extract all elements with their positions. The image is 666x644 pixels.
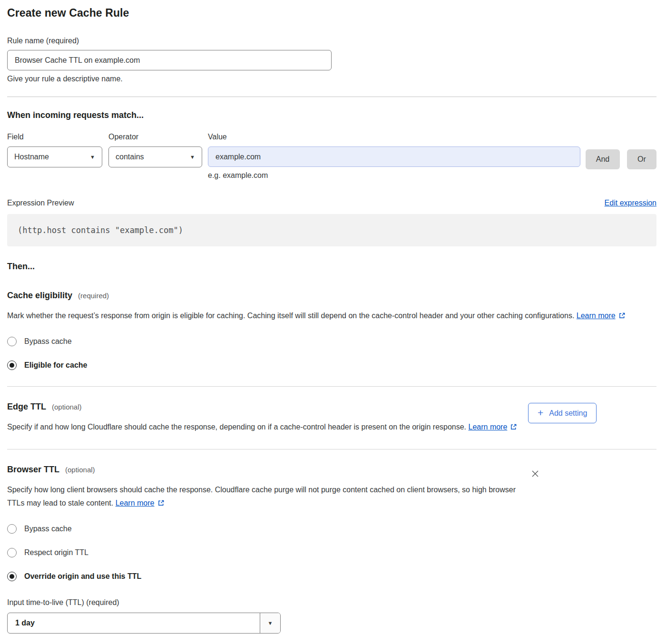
match-heading: When incoming requests match... xyxy=(7,110,656,120)
divider xyxy=(7,97,656,97)
radio-label: Eligible for cache xyxy=(24,361,87,370)
divider xyxy=(7,386,656,387)
description-text: Mark whether the request’s response from… xyxy=(7,312,574,320)
browser-ttl-title: Browser TTL xyxy=(7,465,59,475)
edit-expression-link[interactable]: Edit expression xyxy=(605,199,656,207)
chevron-down-icon: ▼ xyxy=(268,620,273,626)
radio-row-override-origin-ttl[interactable]: Override origin and use this TTL xyxy=(7,572,528,581)
value-label: Value xyxy=(208,133,580,141)
divider xyxy=(7,449,656,449)
rule-name-help: Give your rule a descriptive name. xyxy=(7,75,656,83)
radio-button[interactable] xyxy=(7,361,17,370)
radio-row-respect-origin-ttl[interactable]: Respect origin TTL xyxy=(7,548,528,557)
operator-label: Operator xyxy=(108,133,202,141)
edge-ttl-section: Edge TTL (optional) Specify if and how l… xyxy=(7,402,656,434)
radio-label: Respect origin TTL xyxy=(24,548,88,557)
radio-row-eligible-for-cache[interactable]: Eligible for cache xyxy=(7,361,656,370)
radio-label: Bypass cache xyxy=(24,525,72,533)
remove-browser-ttl-button[interactable] xyxy=(528,467,542,482)
rule-name-label: Rule name (required) xyxy=(7,37,656,45)
field-label: Field xyxy=(7,133,102,141)
add-setting-label: Add setting xyxy=(549,409,587,418)
radio-button[interactable] xyxy=(7,572,17,581)
plus-icon: + xyxy=(538,408,543,418)
ttl-input-label: Input time-to-live (TTL) (required) xyxy=(7,598,528,607)
or-button[interactable]: Or xyxy=(627,149,656,169)
operator-select[interactable]: contains ▼ xyxy=(108,146,202,167)
page-title: Create new Cache Rule xyxy=(7,7,656,20)
expression-preview-label: Expression Preview xyxy=(7,199,74,207)
cache-eligibility-badge: (required) xyxy=(78,292,109,300)
add-setting-button[interactable]: + Add setting xyxy=(528,403,597,423)
close-icon xyxy=(530,468,540,479)
and-or-buttons: And Or xyxy=(580,133,656,169)
browser-ttl-section: Browser TTL (optional) Specify how long … xyxy=(7,465,656,634)
rule-name-input[interactable] xyxy=(7,50,332,70)
edge-ttl-description: Specify if and how long Cloudflare shoul… xyxy=(7,420,528,434)
cache-eligibility-title: Cache eligibility xyxy=(7,291,72,301)
chevron-down-icon: ▼ xyxy=(90,154,95,160)
radio-button[interactable] xyxy=(7,548,17,557)
expression-code: (http.host contains "example.com") xyxy=(7,214,656,246)
field-column: Field Hostname ▼ xyxy=(7,133,102,167)
learn-more-link[interactable]: Learn more xyxy=(116,499,155,507)
radio-button[interactable] xyxy=(7,337,17,346)
operator-column: Operator contains ▼ xyxy=(108,133,202,167)
chevron-down-icon: ▼ xyxy=(190,154,195,160)
field-select-value: Hostname xyxy=(14,153,49,161)
then-heading: Then... xyxy=(7,262,656,272)
browser-ttl-description: Specify how long client browsers should … xyxy=(7,483,528,510)
description-text: Specify if and how long Cloudflare shoul… xyxy=(7,423,466,431)
radio-row-bypass-cache[interactable]: Bypass cache xyxy=(7,337,656,346)
external-link-icon xyxy=(510,423,517,430)
radio-label: Override origin and use this TTL xyxy=(24,572,141,581)
create-cache-rule-form: Create new Cache Rule Rule name (require… xyxy=(0,0,666,644)
expression-header: Expression Preview Edit expression xyxy=(7,199,656,207)
learn-more-link[interactable]: Learn more xyxy=(469,423,508,431)
value-column: Value e.g. example.com xyxy=(208,133,580,180)
radio-row-browser-bypass-cache[interactable]: Bypass cache xyxy=(7,524,528,534)
value-help: e.g. example.com xyxy=(208,171,580,180)
learn-more-link[interactable]: Learn more xyxy=(577,312,616,320)
ttl-select-value: 1 day xyxy=(8,613,260,633)
value-input[interactable] xyxy=(208,146,580,167)
edge-ttl-title: Edge TTL xyxy=(7,402,46,412)
radio-button[interactable] xyxy=(7,524,17,534)
description-text: Specify how long client browsers should … xyxy=(7,486,516,507)
ttl-input-field: Input time-to-live (TTL) (required) 1 da… xyxy=(7,598,528,634)
external-link-icon xyxy=(157,499,165,507)
field-select[interactable]: Hostname ▼ xyxy=(7,146,102,167)
match-row: Field Hostname ▼ Operator contains ▼ Val… xyxy=(7,133,656,180)
radio-label: Bypass cache xyxy=(24,337,72,346)
cache-eligibility-section: Cache eligibility (required) Mark whethe… xyxy=(7,291,656,370)
ttl-select-arrow[interactable]: ▼ xyxy=(260,613,280,633)
and-button[interactable]: And xyxy=(586,149,620,169)
ttl-select[interactable]: 1 day ▼ xyxy=(7,613,281,634)
browser-ttl-badge: (optional) xyxy=(65,466,95,474)
external-link-icon xyxy=(618,312,626,319)
operator-select-value: contains xyxy=(116,153,144,161)
edge-ttl-badge: (optional) xyxy=(52,403,82,411)
cache-eligibility-description: Mark whether the request’s response from… xyxy=(7,309,656,322)
